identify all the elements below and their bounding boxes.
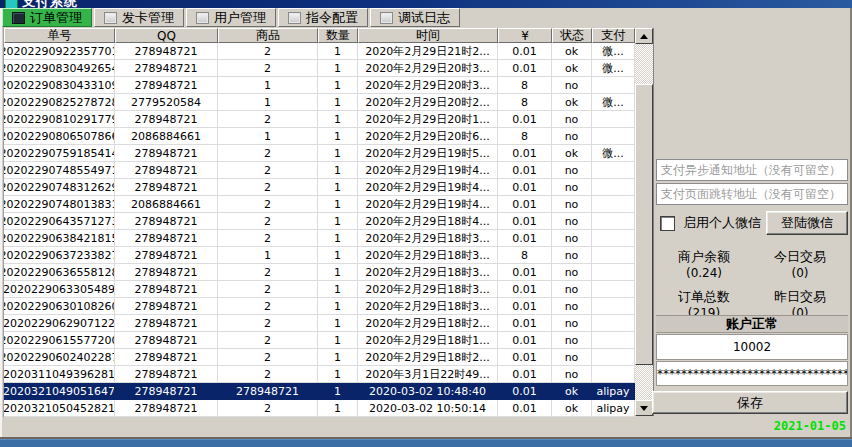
cell-product: 2 [218,264,318,281]
tab-logs[interactable]: 调试日志 [370,8,460,27]
merchant-id-field[interactable]: 10002 [656,334,848,360]
redirect-url-input[interactable]: 支付页面跳转地址（没有可留空） [656,183,848,205]
enable-wechat-checkbox[interactable] [660,216,675,231]
table-row[interactable]: 20202290637233827278948721112020年2月29日18… [4,247,635,264]
column-header-pay[interactable]: 支付 [592,28,635,43]
cell-price: 8 [498,77,552,94]
cell-qq: 2779520584 [115,94,218,111]
cell-order-no: 2020229063305489 [4,281,115,298]
tab-orders[interactable]: 订单管理 [2,8,92,27]
table-row[interactable]: 202022907480138312086884661212020年2月29日1… [4,196,635,213]
cell-status: no [552,230,592,247]
cell-price: 0.01 [498,111,552,128]
tab-label: 用户管理 [214,9,266,27]
table-row[interactable]: 20202290636558128278948721212020年2月29日18… [4,264,635,281]
cell-qq: 278948721 [115,366,218,383]
column-header-status[interactable]: 状态 [552,28,592,43]
cell-status: no [552,315,592,332]
tab-commands[interactable]: 指令配置 [278,8,368,27]
cell-product: 2 [218,213,318,230]
cell-pay [592,213,635,230]
cell-product: 2 [218,332,318,349]
table-row[interactable]: 20202290922357701278948721212020年2月29日21… [4,43,635,60]
column-header-time[interactable]: 时间 [358,28,498,43]
cell-qty: 1 [318,400,358,417]
column-header-order-no[interactable]: 单号 [4,28,115,43]
cell-price: 0.01 [498,383,552,400]
cell-time: 2020年2月29日18时2... [358,349,498,366]
table-row[interactable]: 202022908065078662086884661112020年2月29日2… [4,128,635,145]
cell-status: no [552,366,592,383]
notify-url-input[interactable]: 支付异步通知地址（没有可留空） [656,159,848,181]
cell-pay [592,281,635,298]
table-row[interactable]: 20202290643571273278948721212020年2月29日18… [4,213,635,230]
cell-time: 2020年2月29日18时3... [358,247,498,264]
cell-product: 2 [218,43,318,60]
table-row[interactable]: 202022908252787282779520584112020年2月29日2… [4,94,635,111]
cell-qty: 1 [318,43,358,60]
cell-price: 0.01 [498,213,552,230]
window-left-edge [0,8,2,439]
cell-pay [592,162,635,179]
scroll-down-button[interactable] [635,400,653,416]
cell-product: 2 [218,298,318,315]
table-row[interactable]: 20202290830492654278948721212020年2月29日20… [4,60,635,77]
cell-order-no: 20202290806507866 [4,128,115,145]
cell-qty: 1 [318,145,358,162]
cell-order-no: 20202290602402287 [4,349,115,366]
column-header-product[interactable]: 商品 [218,28,318,43]
tab-bar: 订单管理发卡管理用户管理指令配置调试日志 [2,8,460,28]
table-row[interactable]: 20202290615577200278948721212020年2月29日18… [4,332,635,349]
cell-pay [592,179,635,196]
cell-order-no: 20202290638421815 [4,230,115,247]
cell-qty: 1 [318,60,358,77]
cell-price: 8 [498,94,552,111]
cell-qty: 1 [318,230,358,247]
column-header-price[interactable]: ¥ [498,28,552,43]
cell-price: 0.01 [498,400,552,417]
table-row[interactable]: 20202290748554971278948721212020年2月29日19… [4,162,635,179]
table-row[interactable]: 2020229063305489278948721212020年2月29日18时… [4,281,635,298]
login-wechat-button[interactable]: 登陆微信 [766,211,848,235]
cell-price: 8 [498,128,552,145]
cell-pay [592,349,635,366]
table-row[interactable]: 20202290810291779278948721212020年2月29日20… [4,111,635,128]
tab-icon [196,12,209,24]
cell-status: ok [552,60,592,77]
account-status-banner: 账户正常 [656,315,848,333]
table-row[interactable]: 2020229062907122278948721212020年2月29日18时… [4,315,635,332]
table-row[interactable]: 20202290638421815278948721212020年2月29日18… [4,230,635,247]
enable-wechat-label: 启用个人微信 [683,214,761,232]
tab-label: 指令配置 [306,9,358,27]
table-row[interactable]: 2020311049396281278948721212020年3月1日22时4… [4,366,635,383]
table-row[interactable]: 202032104905164727894872127894872112020-… [4,383,635,400]
merchant-key-field[interactable]: ************************************ [656,361,848,386]
cell-time: 2020年3月1日22时49... [358,366,498,383]
cell-order-no: 20202290810291779 [4,111,115,128]
column-header-qq[interactable]: QQ [115,28,218,43]
cell-qty: 1 [318,213,358,230]
table-row[interactable]: 20202290830433109278948721112020年2月29日20… [4,77,635,94]
table-row[interactable]: 20202290759185414278948721212020年2月29日19… [4,145,635,162]
table-row[interactable]: 20202290748312629278948721212020年2月29日19… [4,179,635,196]
table-row[interactable]: 2020321050452821278948721212020-03-02 10… [4,400,635,417]
table-row[interactable]: 20202290630108260278948721212020年2月29日18… [4,298,635,315]
tab-cards[interactable]: 发卡管理 [94,8,184,27]
cell-time: 2020年2月29日18时3... [358,264,498,281]
tab-label: 调试日志 [398,9,450,27]
column-header-qty[interactable]: 数量 [318,28,358,43]
cell-status: no [552,179,592,196]
cell-product: 2 [218,349,318,366]
scroll-up-button[interactable] [635,28,653,44]
vertical-scrollbar[interactable] [635,28,654,416]
cell-qq: 278948721 [115,179,218,196]
cell-qq: 278948721 [115,145,218,162]
scrollbar-thumb[interactable] [635,84,653,365]
cell-product: 1 [218,247,318,264]
table-row[interactable]: 20202290602402287278948721212020年2月29日18… [4,349,635,366]
cell-qq: 278948721 [115,230,218,247]
cell-product: 2 [218,179,318,196]
tab-users[interactable]: 用户管理 [186,8,276,27]
save-button[interactable]: 保存 [652,391,848,414]
cell-qq: 278948721 [115,77,218,94]
